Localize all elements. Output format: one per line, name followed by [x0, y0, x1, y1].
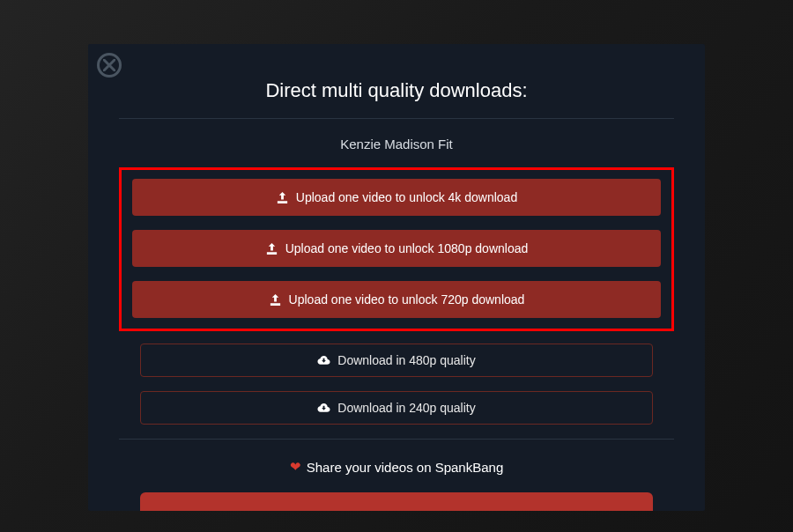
cloud-download-icon	[317, 354, 330, 367]
upload-icon	[265, 242, 278, 255]
download-button-label: Download in 480p quality	[337, 353, 475, 367]
cloud-download-icon	[317, 402, 330, 415]
upload-button-label: Upload one video to unlock 720p download	[289, 292, 525, 307]
heart-icon: ❤	[290, 459, 301, 475]
bottom-cta-button[interactable]	[140, 492, 653, 511]
close-button[interactable]	[97, 53, 122, 78]
download-button-label: Download in 240p quality	[337, 401, 475, 415]
upload-unlock-4k-button[interactable]: Upload one video to unlock 4k download	[132, 179, 661, 216]
download-modal: Direct multi quality downloads: Kenzie M…	[88, 44, 705, 511]
divider	[119, 118, 674, 119]
upload-icon	[276, 191, 289, 204]
upload-unlock-1080p-button[interactable]: Upload one video to unlock 1080p downloa…	[132, 230, 661, 267]
video-title: Kenzie Madison Fit	[119, 137, 674, 151]
modal-title: Direct multi quality downloads:	[119, 79, 674, 102]
download-480p-button[interactable]: Download in 480p quality	[140, 344, 653, 377]
download-240p-button[interactable]: Download in 240p quality	[140, 391, 653, 425]
highlight-box: Upload one video to unlock 4k download U…	[119, 167, 674, 331]
upload-button-label: Upload one video to unlock 4k download	[296, 190, 517, 204]
share-text-label: Share your videos on SpankBang	[307, 460, 503, 475]
divider	[119, 439, 674, 440]
share-text-row: ❤ Share your videos on SpankBang	[119, 459, 674, 475]
upload-icon	[269, 293, 282, 307]
upload-button-label: Upload one video to unlock 1080p downloa…	[285, 241, 529, 255]
close-icon	[103, 59, 115, 71]
upload-unlock-720p-button[interactable]: Upload one video to unlock 720p download	[132, 281, 661, 318]
